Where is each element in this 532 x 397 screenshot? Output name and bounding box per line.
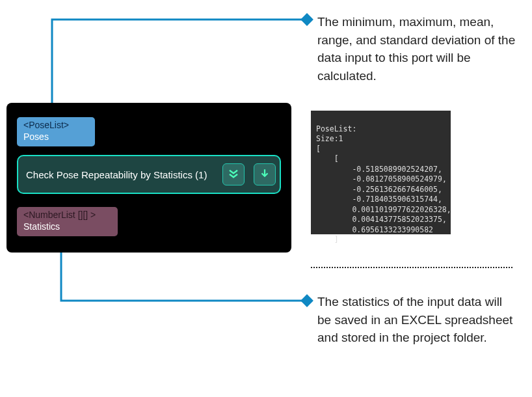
annotation-input-port: The minimum, maximum, mean, range, and s… [317,13,519,85]
dump-heading: PoseList: [316,124,356,133]
dump-value: -0.08127058900524979 [352,174,442,184]
dump-value: -0.5185089902524207 [352,165,438,174]
dump-value: 0.6956133233990582 [352,225,433,234]
run-step-button[interactable] [254,163,276,185]
dump-value: -0.2561362667646005 [352,185,438,194]
annotation-output-port: The statistics of the input data will be… [317,293,519,347]
poselist-dump: PoseList: Size:1 [ [ -0.5185089902524207… [311,111,451,234]
callout-bullet [300,13,313,26]
port-type-label: <NumberList [][] > [23,210,111,221]
run-icon [259,168,271,182]
divider [311,267,512,268]
dump-value: 0.004143775852023375 [352,215,442,224]
step-check-pose-repeatability[interactable]: Check Pose Repeatability by Statistics (… [17,155,281,194]
output-port-statistics[interactable]: <NumberList [][] > Statistics [17,207,118,236]
input-port-poses[interactable]: <PoseList> Poses [17,117,95,146]
dump-value: -0.7184035906315744 [352,195,438,204]
dump-value: 0.0011019977622026328 [352,205,446,214]
port-name-label: Poses [23,131,88,143]
port-name-label: Statistics [23,221,111,233]
node-editor-panel: <PoseList> Poses Check Pose Repeatabilit… [7,103,291,253]
expand-all-button[interactable] [222,163,245,185]
dump-size: Size:1 [316,134,343,143]
step-title: Check Pose Repeatability by Statistics (… [26,169,217,180]
expand-all-icon [228,168,239,182]
port-type-label: <PoseList> [23,120,88,131]
callout-bullet [300,294,313,307]
